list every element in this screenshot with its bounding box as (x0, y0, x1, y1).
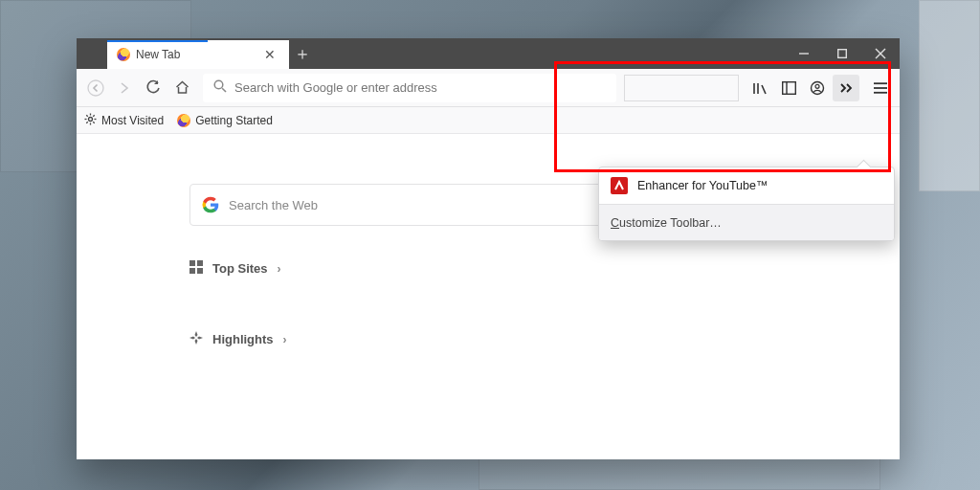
home-button[interactable] (168, 75, 195, 101)
titlebar: New Tab ✕ ＋ (77, 38, 900, 69)
svg-marker-41 (195, 339, 198, 345)
account-button[interactable] (804, 75, 831, 101)
content-area: Search the Web ➔ Top Sites › Highlights … (77, 134, 900, 459)
firefox-window: New Tab ✕ ＋ Search (77, 38, 900, 459)
url-bar[interactable]: Search with Google or enter address (203, 74, 616, 102)
overflow-menu-panel: Enhancer for YouTube™ Customize Toolbar… (598, 167, 895, 241)
svg-point-4 (88, 80, 103, 96)
overflow-extension-item[interactable]: Enhancer for YouTube™ (599, 167, 894, 204)
back-button[interactable] (82, 75, 109, 101)
firefox-favicon-icon (117, 48, 130, 61)
overflow-extension-label: Enhancer for YouTube™ (637, 179, 768, 192)
svg-marker-42 (189, 337, 195, 340)
tab-title: New Tab (136, 48, 255, 61)
close-tab-icon[interactable]: ✕ (260, 46, 279, 63)
window-close-button[interactable] (861, 38, 900, 69)
svg-line-6 (222, 88, 226, 92)
svg-point-17 (89, 117, 93, 121)
top-sites-icon (189, 260, 203, 277)
browser-tab[interactable]: New Tab ✕ (107, 40, 289, 69)
navigation-toolbar: Search with Google or enter address (77, 69, 900, 107)
svg-rect-10 (782, 81, 795, 94)
chevron-right-icon: › (283, 333, 287, 346)
reload-button[interactable] (140, 75, 167, 101)
svg-line-22 (86, 115, 87, 116)
library-button[interactable] (746, 75, 773, 101)
section-title: Highlights (212, 332, 274, 346)
svg-marker-40 (197, 337, 203, 340)
enhancer-extension-icon (611, 177, 628, 194)
customize-toolbar-label: Customize Toolbar… (611, 216, 722, 230)
window-minimize-button[interactable] (785, 38, 823, 69)
svg-rect-38 (197, 268, 203, 274)
overflow-menu-button[interactable] (833, 75, 859, 101)
app-menu-button[interactable] (867, 75, 894, 101)
firefox-icon (177, 114, 190, 127)
svg-rect-35 (189, 260, 195, 266)
window-maximize-button[interactable] (823, 38, 861, 69)
svg-rect-37 (189, 268, 195, 274)
chevron-right-icon: › (278, 262, 281, 276)
top-sites-section-header[interactable]: Top Sites › (189, 260, 281, 277)
customize-toolbar-item[interactable]: Customize Toolbar… (599, 204, 894, 240)
svg-line-9 (762, 85, 766, 94)
search-icon (213, 79, 227, 96)
bookmark-getting-started[interactable]: Getting Started (177, 114, 273, 127)
tab-spacer (77, 38, 107, 69)
highlights-section-header[interactable]: Highlights › (189, 331, 287, 347)
svg-point-5 (214, 80, 223, 89)
section-title: Top Sites (212, 261, 268, 276)
new-tab-button[interactable]: ＋ (289, 38, 316, 69)
svg-line-24 (93, 115, 94, 116)
svg-line-23 (93, 122, 94, 122)
bookmark-label: Most Visited (101, 114, 164, 127)
google-logo-icon (202, 196, 219, 213)
svg-rect-36 (197, 260, 203, 266)
bookmarks-bar: Most Visited Getting Started (77, 107, 900, 134)
drag-region (316, 38, 785, 69)
bookmark-label: Getting Started (195, 114, 273, 127)
svg-marker-39 (195, 331, 198, 337)
highlights-icon (189, 331, 203, 347)
svg-point-13 (815, 84, 819, 88)
forward-button[interactable] (111, 75, 138, 101)
newtab-search-placeholder: Search the Web (229, 198, 318, 212)
sidebar-button[interactable] (775, 75, 802, 101)
svg-line-25 (86, 122, 87, 122)
gear-outline-icon (84, 113, 97, 128)
svg-rect-1 (838, 50, 847, 58)
bookmark-most-visited[interactable]: Most Visited (84, 113, 164, 128)
search-field-secondary[interactable] (624, 75, 739, 101)
url-placeholder-text: Search with Google or enter address (234, 80, 437, 95)
